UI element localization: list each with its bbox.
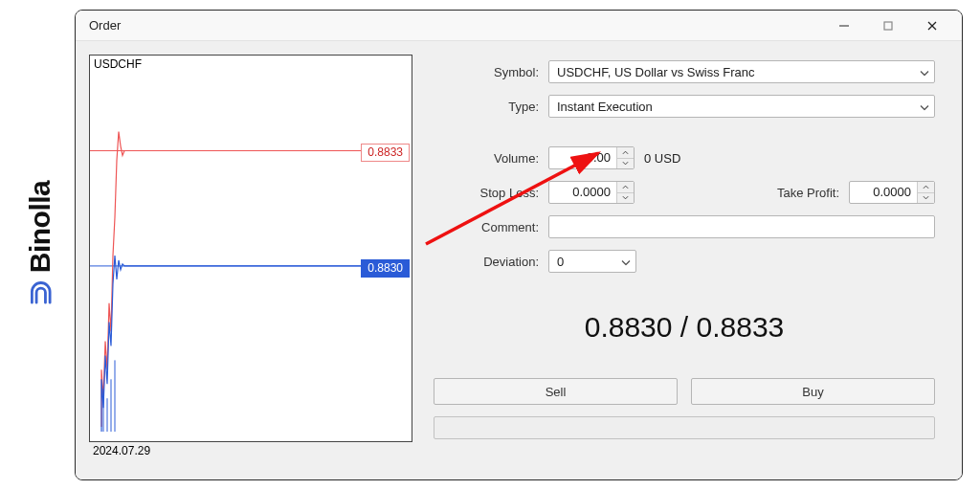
sl-step-up[interactable]	[617, 182, 634, 192]
take-profit-value: 0.0000	[850, 182, 917, 203]
chart-panel: USDCHF 0.8833 0.8830 2024.07.29	[89, 55, 412, 466]
chevron-down-icon	[920, 65, 929, 79]
minimize-button[interactable]	[822, 11, 866, 41]
stop-loss-input[interactable]: 0.0000	[548, 181, 635, 204]
price-chart[interactable]: USDCHF 0.8833 0.8830	[89, 55, 412, 442]
tp-step-down[interactable]	[918, 192, 934, 204]
chevron-down-icon	[920, 100, 929, 114]
take-profit-label: Take Profit:	[763, 186, 839, 200]
deviation-value: 0	[557, 255, 564, 269]
comment-input[interactable]	[548, 215, 935, 238]
order-window: Order USDCHF	[75, 10, 963, 480]
close-button[interactable]	[910, 11, 954, 41]
symbol-label: Symbol:	[434, 65, 539, 79]
type-dropdown[interactable]: Instant Execution	[548, 95, 935, 118]
maximize-button[interactable]	[866, 11, 910, 41]
comment-label: Comment:	[434, 220, 539, 234]
volume-step-up[interactable]	[617, 147, 634, 158]
ask-price-tag: 0.8833	[361, 144, 410, 162]
take-profit-input[interactable]: 0.0000	[849, 181, 935, 204]
volume-value: 0.00	[549, 147, 616, 168]
chart-date-label: 2024.07.29	[89, 442, 412, 457]
sl-step-down[interactable]	[617, 192, 634, 204]
symbol-dropdown[interactable]: USDCHF, US Dollar vs Swiss Franc	[548, 60, 935, 83]
binolla-logo-icon	[26, 279, 55, 311]
tp-step-up[interactable]	[918, 182, 934, 192]
volume-currency-label: 0 USD	[644, 151, 680, 166]
volume-label: Volume:	[434, 151, 539, 166]
buy-button[interactable]: Buy	[691, 378, 935, 405]
type-value: Instant Execution	[557, 100, 653, 114]
sell-button[interactable]: Sell	[434, 378, 678, 405]
brand-watermark: Binolla	[11, 0, 69, 490]
chart-svg	[90, 56, 412, 441]
volume-step-down[interactable]	[617, 158, 634, 169]
volume-input[interactable]: 0.00	[548, 146, 635, 169]
window-titlebar: Order	[76, 11, 962, 41]
stop-loss-value: 0.0000	[549, 182, 616, 203]
window-title: Order	[89, 18, 121, 33]
deviation-dropdown[interactable]: 0	[548, 250, 636, 273]
deviation-label: Deviation:	[434, 255, 539, 269]
type-label: Type:	[434, 100, 539, 114]
status-bar	[434, 416, 935, 439]
bid-price-tag: 0.8830	[361, 259, 410, 278]
order-form: Symbol: USDCHF, US Dollar vs Swiss Franc…	[434, 55, 935, 466]
bid-ask-prices: 0.8830 / 0.8833	[434, 311, 935, 344]
stop-loss-label: Stop Loss:	[434, 186, 539, 200]
chevron-down-icon	[621, 255, 631, 269]
symbol-value: USDCHF, US Dollar vs Swiss Franc	[557, 65, 755, 79]
svg-rect-1	[884, 22, 892, 30]
brand-name: Binolla	[24, 181, 56, 274]
